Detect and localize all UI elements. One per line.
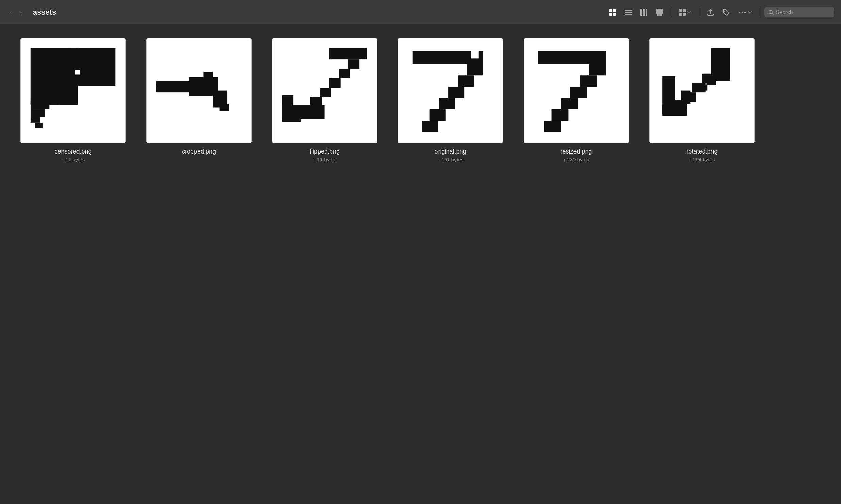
svg-rect-50 [467, 64, 483, 75]
forward-button[interactable]: › [17, 7, 25, 17]
svg-rect-5 [625, 12, 632, 13]
svg-rect-43 [320, 88, 331, 97]
svg-rect-37 [220, 104, 229, 111]
svg-rect-2 [609, 13, 612, 16]
tag-button[interactable] [719, 6, 733, 18]
view-controls [605, 6, 834, 18]
preview-censored [26, 43, 120, 138]
svg-rect-60 [561, 98, 578, 109]
search-input[interactable] [776, 9, 830, 15]
svg-rect-40 [348, 60, 359, 69]
preview-cropped [152, 43, 246, 138]
file-size-rotated: 194 bytes [689, 157, 715, 162]
svg-rect-10 [656, 9, 663, 14]
separator-3 [760, 7, 760, 17]
search-box [764, 7, 834, 17]
file-item-censored[interactable]: censored.png 11 bytes [20, 38, 126, 162]
search-icon [768, 10, 774, 15]
svg-rect-4 [625, 10, 632, 11]
svg-rect-72 [698, 85, 708, 91]
svg-rect-1 [613, 9, 616, 12]
file-grid: censored.png 11 bytes cropped.png [0, 24, 841, 176]
svg-rect-41 [339, 69, 350, 78]
separator-1 [671, 7, 671, 17]
svg-rect-29 [75, 70, 80, 75]
svg-rect-11 [657, 14, 659, 16]
back-button[interactable]: ‹ [7, 7, 15, 17]
list-view-button[interactable] [621, 6, 635, 18]
svg-rect-13 [679, 9, 682, 12]
svg-rect-52 [448, 87, 464, 98]
svg-rect-14 [683, 9, 686, 12]
separator-2 [699, 7, 699, 17]
nav-controls: ‹ › [7, 7, 25, 17]
svg-point-19 [742, 11, 743, 13]
svg-point-17 [724, 11, 725, 12]
file-item-flipped[interactable]: flipped.png 11 bytes [272, 38, 377, 162]
svg-rect-55 [422, 121, 438, 132]
svg-point-18 [739, 11, 740, 13]
svg-rect-71 [707, 79, 716, 85]
thumbnail-flipped [272, 38, 377, 143]
svg-point-20 [744, 11, 746, 13]
grid-view-button[interactable] [605, 6, 620, 18]
file-item-resized[interactable]: resized.png 230 bytes [524, 38, 629, 162]
svg-rect-47 [282, 95, 293, 114]
file-item-rotated[interactable]: rotated.png 194 bytes [649, 38, 755, 162]
svg-rect-8 [643, 9, 645, 16]
svg-rect-58 [580, 76, 597, 87]
svg-rect-59 [570, 87, 587, 98]
svg-rect-26 [31, 100, 49, 110]
svg-rect-27 [68, 48, 87, 62]
svg-rect-49 [471, 51, 479, 59]
svg-rect-38 [156, 86, 164, 92]
column-view-button[interactable] [637, 6, 651, 18]
share-button[interactable] [703, 6, 718, 18]
file-size-flipped: 11 bytes [313, 157, 336, 162]
svg-rect-31 [31, 117, 40, 123]
svg-rect-51 [458, 76, 474, 87]
svg-rect-42 [329, 78, 341, 88]
file-item-cropped[interactable]: cropped.png [146, 38, 252, 162]
svg-rect-7 [640, 9, 642, 16]
svg-rect-57 [589, 64, 606, 75]
thumbnail-censored [20, 38, 126, 143]
svg-rect-6 [625, 14, 632, 15]
svg-rect-15 [679, 13, 682, 16]
svg-rect-32 [35, 123, 43, 128]
file-item-original[interactable]: original.png 191 bytes [398, 38, 503, 162]
preview-flipped [277, 43, 372, 138]
thumbnail-original [398, 38, 503, 143]
file-size-censored: 11 bytes [62, 157, 85, 162]
svg-rect-35 [204, 72, 213, 82]
svg-rect-9 [646, 9, 647, 16]
svg-rect-56 [538, 51, 606, 65]
preview-rotated [655, 43, 749, 138]
thumbnail-rotated [649, 38, 755, 143]
file-name-censored: censored.png [54, 148, 91, 155]
gallery-view-button[interactable] [652, 6, 667, 18]
toolbar: ‹ › assets [0, 0, 841, 24]
preview-resized [529, 43, 623, 138]
svg-rect-0 [609, 9, 612, 12]
svg-rect-61 [552, 109, 569, 121]
thumbnail-resized [524, 38, 629, 143]
svg-rect-54 [430, 109, 446, 121]
preview-original [403, 43, 497, 138]
svg-rect-16 [683, 13, 686, 16]
svg-rect-12 [659, 14, 662, 16]
thumbnail-cropped [146, 38, 252, 143]
sort-dropdown-button[interactable] [675, 6, 695, 18]
svg-rect-3 [613, 13, 616, 16]
file-size-original: 191 bytes [437, 157, 464, 162]
svg-rect-39 [329, 48, 367, 59]
file-name-original: original.png [434, 148, 466, 155]
more-button[interactable] [735, 6, 756, 18]
folder-title: assets [33, 8, 56, 17]
svg-rect-46 [282, 114, 301, 122]
file-name-cropped: cropped.png [182, 148, 216, 155]
svg-rect-68 [681, 91, 691, 104]
svg-rect-53 [439, 98, 455, 109]
file-name-resized: resized.png [560, 148, 592, 155]
file-name-rotated: rotated.png [686, 148, 717, 155]
